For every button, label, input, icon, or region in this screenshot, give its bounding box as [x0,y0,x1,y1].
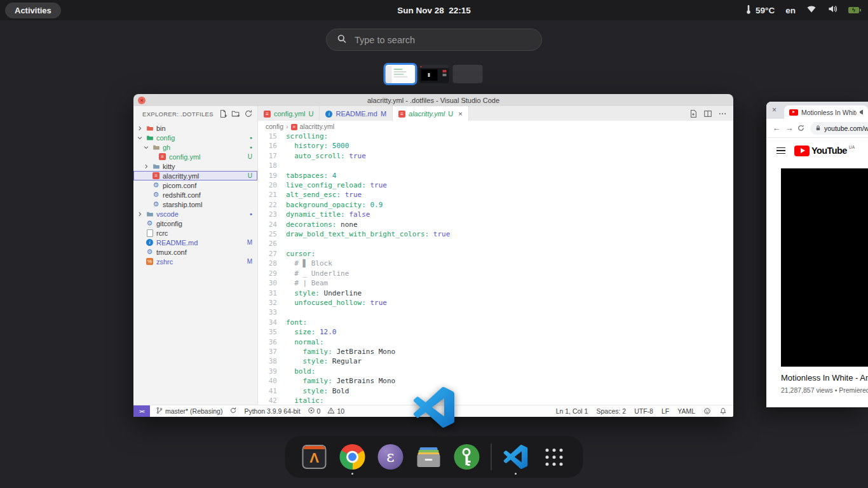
tree-item-bin[interactable]: bin [133,123,257,133]
breadcrumb-item[interactable]: alacritty.yml [300,123,335,130]
status-warning[interactable]: 10 [327,407,344,416]
youtube-logo[interactable]: YouTube UA [794,146,855,156]
status-label: master* (Rebasing) [165,407,222,415]
explorer-actions [219,109,258,118]
tab-label: config.yml [274,110,306,118]
status-sync[interactable] [229,407,237,416]
menu-icon[interactable] [776,147,785,154]
activities-button[interactable]: Activities [5,3,61,18]
tree-item-config-yml[interactable]: ≡config.ymlU [133,152,257,161]
changes-icon[interactable] [689,109,698,118]
tab-close-icon[interactable]: × [458,110,462,118]
line-number: 34 [258,318,286,327]
line-number: 19 [258,171,286,180]
workspace-thumbnail-vscode[interactable] [386,65,416,83]
status-error[interactable]: 0 [308,407,321,416]
line-text: alt_send_esc: true [286,190,362,200]
refresh-icon[interactable] [244,109,253,118]
forward-button[interactable]: → [784,123,794,133]
chrome-toolbar: ← → youtube.com/wa [766,119,868,138]
clock[interactable]: Sun Nov 28 22:15 [397,6,471,15]
code-line: 29 # _ Underline [258,269,733,278]
code-line: 30 # | Beam [258,278,733,288]
keyboard-layout[interactable]: en [785,6,796,15]
tree-item-gh[interactable]: gh● [133,142,257,152]
vscode-window[interactable]: × alacritty.yml - .dotfiles - Visual Stu… [133,94,733,417]
bell-icon[interactable] [719,407,727,415]
status-python-3-9-9-64-bit[interactable]: Python 3.9.9 64-bit [244,407,300,415]
tree-item-picom-conf[interactable]: ⚙picom.conf [133,180,257,190]
tree-item-redshift-conf[interactable]: ⚙redshift.conf [133,190,257,200]
code-line: 38 style: Regular [258,356,733,366]
tree-item-gitconfig[interactable]: ⚙gitconfig [133,219,257,228]
window-title: alacritty.yml - .dotfiles - Visual Studi… [367,97,499,104]
line-text: font: [286,318,307,327]
tree-item-starship-toml[interactable]: ⚙starship.toml [133,200,257,209]
system-tray[interactable]: 59°C en ϟ [743,4,859,17]
emacs-icon: ε [378,444,403,470]
status-ln-1-col-1[interactable]: Ln 1, Col 1 [556,407,588,415]
yaml-icon: ≡ [291,122,297,130]
tree-item-rcrc[interactable]: rcrc [133,228,257,238]
dock-item-emacs[interactable]: ε [374,436,407,478]
search-input[interactable] [353,34,531,46]
breadcrumb[interactable]: config›≡alacritty.yml [258,121,733,132]
new-file-icon[interactable] [219,109,227,118]
address-bar[interactable]: youtube.com/wa [810,122,868,135]
search-box[interactable] [326,29,542,51]
tree-item-tmux-conf[interactable]: ⚙tmux.conf [133,247,257,257]
status-lf[interactable]: LF [661,407,669,415]
statusbar-left: master* (Rebasing)Python 3.9.9 64-bit010 [150,407,344,416]
feedback-icon[interactable] [703,407,711,415]
breadcrumb-item[interactable]: config [266,123,283,130]
tree-item-zshrc[interactable]: %zshrcM [133,257,257,266]
git-dot-badge: ● [250,135,252,140]
workspace-thumbnail-empty[interactable] [453,65,483,83]
dock-item-keys[interactable] [451,436,484,478]
chrome-window[interactable]: × Motionless In White - ← → youtube.com/… [766,102,868,407]
line-text: scrolling: [286,132,328,141]
tree-item-kitty[interactable]: kitty [133,161,257,171]
gear-icon: ⚙ [152,182,160,189]
code-line: 41 style: Bold [258,386,733,396]
status-branch[interactable]: master* (Rebasing) [156,407,222,416]
more-icon[interactable] [718,109,727,118]
dock-item-app-grid[interactable] [538,436,571,478]
status-utf-8[interactable]: UTF-8 [634,407,653,415]
split-icon[interactable] [703,109,712,118]
status-yaml[interactable]: YAML [677,407,695,415]
dock-item-chrome[interactable] [336,436,369,478]
video-player[interactable] [781,168,868,367]
tree-item-readme-md[interactable]: iREADME.mdM [133,238,257,247]
reload-button[interactable] [797,124,805,132]
tree-item-alacritty-yml[interactable]: ≡alacritty.ymlU [133,171,257,180]
dock-item-alacritty[interactable]: Λ [298,436,331,478]
line-text: # | Beam [286,278,328,288]
explorer-header: EXPLORER: .DOTFILES [142,111,214,118]
tab-config-yml[interactable]: ≡config.ymlU [258,106,320,121]
tree-item-config[interactable]: config● [133,133,257,142]
line-number: 30 [258,278,286,288]
dock-item-vscode[interactable] [499,436,532,478]
dock-item-files[interactable] [412,436,445,478]
status-spaces-2[interactable]: Spaces: 2 [596,407,626,415]
tab-readme-md[interactable]: iREADME.mdM [320,106,393,121]
file-label: README.md [156,239,198,247]
line-number: 26 [258,239,286,248]
chrome-active-tab[interactable]: Motionless In White - [784,105,868,119]
window-close-button[interactable]: × [138,97,146,104]
file-label: config [156,134,175,142]
code-editor[interactable]: 15scrolling:16 history: 500017 auto_scro… [258,132,733,405]
tree-item-vscode[interactable]: vscode● [133,209,257,219]
tab-alacritty-yml[interactable]: ≡alacritty.ymlU× [393,106,469,121]
file-label: rcrc [156,229,168,237]
line-number: 18 [258,161,286,170]
new-folder-icon[interactable] [231,109,240,118]
line-number: 36 [258,337,286,347]
workspace-thumbnail-youtube[interactable] [419,65,449,83]
remote-indicator[interactable]: >< [133,405,150,417]
back-button[interactable]: ← [771,123,782,133]
vscode-icon [504,445,528,469]
git-status-badge: U [248,172,252,179]
previous-tab-close-icon[interactable]: × [772,105,776,114]
